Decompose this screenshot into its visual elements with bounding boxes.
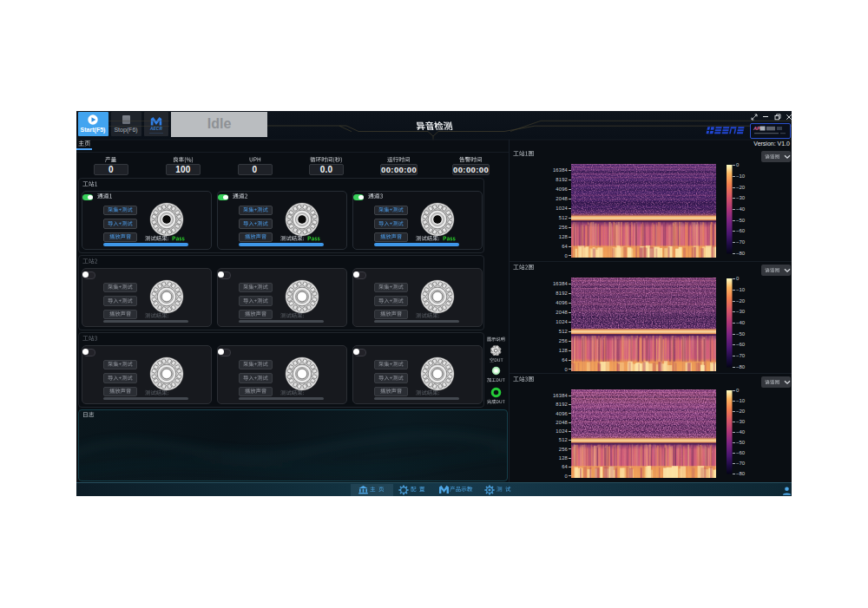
- svg-text:AP: AP: [753, 126, 760, 131]
